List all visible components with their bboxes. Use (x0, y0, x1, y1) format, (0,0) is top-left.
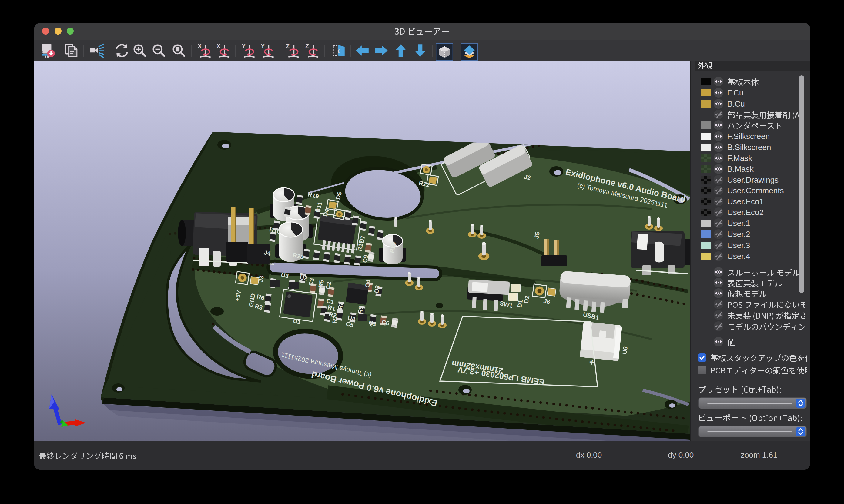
svg-text:J3: J3 (257, 275, 265, 283)
svg-text:D1: D1 (516, 299, 524, 308)
svg-text:Y: Y (242, 43, 245, 49)
svg-text:Z: Z (286, 43, 290, 49)
svg-text:R5: R5 (317, 279, 325, 288)
svg-text:D3: D3 (373, 285, 381, 293)
svg-text:U6: U6 (621, 346, 629, 355)
svg-text:X: X (198, 43, 202, 49)
svg-text:C4: C4 (364, 279, 372, 288)
svg-text:C9: C9 (361, 254, 369, 263)
svg-text:R8: R8 (337, 301, 344, 310)
svg-text:Y: Y (261, 43, 265, 49)
svg-text:C3: C3 (307, 277, 315, 286)
svg-text:J5: J5 (533, 231, 541, 239)
svg-text:R9: R9 (357, 305, 364, 314)
svg-text:D2: D2 (523, 295, 531, 304)
svg-text:X: X (217, 43, 221, 49)
svg-text:Z: Z (305, 43, 309, 49)
svg-text:C2: C2 (324, 281, 332, 290)
